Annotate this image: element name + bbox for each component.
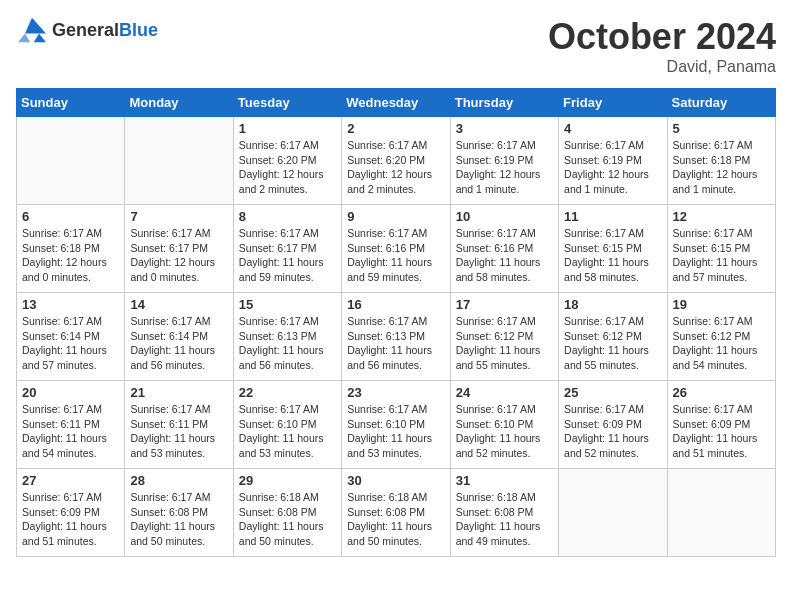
cell-info: Sunrise: 6:17 AMSunset: 6:12 PMDaylight:… [673,314,770,373]
calendar-cell: 24Sunrise: 6:17 AMSunset: 6:10 PMDayligh… [450,381,558,469]
cell-info: Sunrise: 6:17 AMSunset: 6:11 PMDaylight:… [22,402,119,461]
calendar-cell: 12Sunrise: 6:17 AMSunset: 6:15 PMDayligh… [667,205,775,293]
calendar-cell: 26Sunrise: 6:17 AMSunset: 6:09 PMDayligh… [667,381,775,469]
calendar-cell: 17Sunrise: 6:17 AMSunset: 6:12 PMDayligh… [450,293,558,381]
day-number: 17 [456,297,553,312]
day-number: 22 [239,385,336,400]
calendar-cell: 19Sunrise: 6:17 AMSunset: 6:12 PMDayligh… [667,293,775,381]
day-number: 20 [22,385,119,400]
logo-text-blue: Blue [119,20,158,40]
cell-info: Sunrise: 6:17 AMSunset: 6:10 PMDaylight:… [456,402,553,461]
weekday-header-row: SundayMondayTuesdayWednesdayThursdayFrid… [17,89,776,117]
cell-info: Sunrise: 6:17 AMSunset: 6:17 PMDaylight:… [239,226,336,285]
day-number: 3 [456,121,553,136]
svg-marker-1 [18,34,30,43]
cell-info: Sunrise: 6:17 AMSunset: 6:10 PMDaylight:… [347,402,444,461]
calendar-cell: 10Sunrise: 6:17 AMSunset: 6:16 PMDayligh… [450,205,558,293]
day-number: 14 [130,297,227,312]
cell-info: Sunrise: 6:17 AMSunset: 6:08 PMDaylight:… [130,490,227,549]
calendar-table: SundayMondayTuesdayWednesdayThursdayFrid… [16,88,776,557]
logo: GeneralBlue [16,16,158,44]
weekday-header-saturday: Saturday [667,89,775,117]
day-number: 2 [347,121,444,136]
day-number: 13 [22,297,119,312]
cell-info: Sunrise: 6:17 AMSunset: 6:09 PMDaylight:… [564,402,661,461]
day-number: 10 [456,209,553,224]
cell-info: Sunrise: 6:17 AMSunset: 6:19 PMDaylight:… [456,138,553,197]
calendar-cell: 13Sunrise: 6:17 AMSunset: 6:14 PMDayligh… [17,293,125,381]
day-number: 11 [564,209,661,224]
weekday-header-wednesday: Wednesday [342,89,450,117]
calendar-cell [17,117,125,205]
calendar-cell: 2Sunrise: 6:17 AMSunset: 6:20 PMDaylight… [342,117,450,205]
cell-info: Sunrise: 6:18 AMSunset: 6:08 PMDaylight:… [347,490,444,549]
cell-info: Sunrise: 6:18 AMSunset: 6:08 PMDaylight:… [239,490,336,549]
logo-icon [16,16,48,44]
calendar-cell: 21Sunrise: 6:17 AMSunset: 6:11 PMDayligh… [125,381,233,469]
calendar-cell: 18Sunrise: 6:17 AMSunset: 6:12 PMDayligh… [559,293,667,381]
cell-info: Sunrise: 6:17 AMSunset: 6:14 PMDaylight:… [130,314,227,373]
cell-info: Sunrise: 6:17 AMSunset: 6:16 PMDaylight:… [347,226,444,285]
calendar-cell: 22Sunrise: 6:17 AMSunset: 6:10 PMDayligh… [233,381,341,469]
day-number: 31 [456,473,553,488]
calendar-cell: 25Sunrise: 6:17 AMSunset: 6:09 PMDayligh… [559,381,667,469]
cell-info: Sunrise: 6:17 AMSunset: 6:18 PMDaylight:… [22,226,119,285]
calendar-cell: 6Sunrise: 6:17 AMSunset: 6:18 PMDaylight… [17,205,125,293]
cell-info: Sunrise: 6:17 AMSunset: 6:09 PMDaylight:… [22,490,119,549]
day-number: 16 [347,297,444,312]
week-row-5: 27Sunrise: 6:17 AMSunset: 6:09 PMDayligh… [17,469,776,557]
calendar-cell: 9Sunrise: 6:17 AMSunset: 6:16 PMDaylight… [342,205,450,293]
location: David, Panama [548,58,776,76]
cell-info: Sunrise: 6:17 AMSunset: 6:13 PMDaylight:… [239,314,336,373]
calendar-cell: 4Sunrise: 6:17 AMSunset: 6:19 PMDaylight… [559,117,667,205]
cell-info: Sunrise: 6:17 AMSunset: 6:10 PMDaylight:… [239,402,336,461]
calendar-cell: 23Sunrise: 6:17 AMSunset: 6:10 PMDayligh… [342,381,450,469]
calendar-cell: 28Sunrise: 6:17 AMSunset: 6:08 PMDayligh… [125,469,233,557]
day-number: 29 [239,473,336,488]
week-row-2: 6Sunrise: 6:17 AMSunset: 6:18 PMDaylight… [17,205,776,293]
cell-info: Sunrise: 6:17 AMSunset: 6:12 PMDaylight:… [564,314,661,373]
day-number: 7 [130,209,227,224]
day-number: 23 [347,385,444,400]
week-row-1: 1Sunrise: 6:17 AMSunset: 6:20 PMDaylight… [17,117,776,205]
day-number: 30 [347,473,444,488]
calendar-cell: 16Sunrise: 6:17 AMSunset: 6:13 PMDayligh… [342,293,450,381]
day-number: 12 [673,209,770,224]
calendar-cell: 20Sunrise: 6:17 AMSunset: 6:11 PMDayligh… [17,381,125,469]
cell-info: Sunrise: 6:17 AMSunset: 6:13 PMDaylight:… [347,314,444,373]
calendar-cell: 15Sunrise: 6:17 AMSunset: 6:13 PMDayligh… [233,293,341,381]
calendar-cell [667,469,775,557]
cell-info: Sunrise: 6:17 AMSunset: 6:18 PMDaylight:… [673,138,770,197]
calendar-cell: 30Sunrise: 6:18 AMSunset: 6:08 PMDayligh… [342,469,450,557]
cell-info: Sunrise: 6:17 AMSunset: 6:20 PMDaylight:… [239,138,336,197]
page-header: GeneralBlue October 2024 David, Panama [16,16,776,76]
cell-info: Sunrise: 6:17 AMSunset: 6:20 PMDaylight:… [347,138,444,197]
cell-info: Sunrise: 6:17 AMSunset: 6:15 PMDaylight:… [673,226,770,285]
title-block: October 2024 David, Panama [548,16,776,76]
calendar-cell: 1Sunrise: 6:17 AMSunset: 6:20 PMDaylight… [233,117,341,205]
day-number: 9 [347,209,444,224]
weekday-header-tuesday: Tuesday [233,89,341,117]
weekday-header-friday: Friday [559,89,667,117]
weekday-header-monday: Monday [125,89,233,117]
calendar-cell [559,469,667,557]
calendar-cell: 8Sunrise: 6:17 AMSunset: 6:17 PMDaylight… [233,205,341,293]
day-number: 28 [130,473,227,488]
cell-info: Sunrise: 6:17 AMSunset: 6:11 PMDaylight:… [130,402,227,461]
month-title: October 2024 [548,16,776,58]
svg-marker-0 [25,18,46,43]
calendar-cell: 31Sunrise: 6:18 AMSunset: 6:08 PMDayligh… [450,469,558,557]
day-number: 15 [239,297,336,312]
day-number: 5 [673,121,770,136]
day-number: 24 [456,385,553,400]
logo-text-general: General [52,20,119,40]
cell-info: Sunrise: 6:17 AMSunset: 6:17 PMDaylight:… [130,226,227,285]
calendar-cell: 14Sunrise: 6:17 AMSunset: 6:14 PMDayligh… [125,293,233,381]
calendar-cell: 3Sunrise: 6:17 AMSunset: 6:19 PMDaylight… [450,117,558,205]
cell-info: Sunrise: 6:18 AMSunset: 6:08 PMDaylight:… [456,490,553,549]
day-number: 1 [239,121,336,136]
day-number: 4 [564,121,661,136]
cell-info: Sunrise: 6:17 AMSunset: 6:12 PMDaylight:… [456,314,553,373]
day-number: 21 [130,385,227,400]
day-number: 27 [22,473,119,488]
